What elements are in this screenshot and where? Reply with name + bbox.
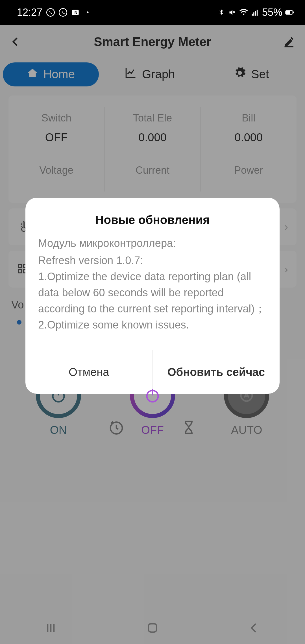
svg-rect-4 <box>252 14 253 16</box>
svg-text:IN: IN <box>74 10 77 15</box>
battery-percent: 55% <box>262 6 282 18</box>
viber-icon-2 <box>59 8 67 17</box>
dialog-title: Новые обновления <box>25 198 280 235</box>
svg-rect-6 <box>255 11 256 16</box>
dialog-text: Модуль микроконтроллера: <box>38 235 267 251</box>
svg-point-1 <box>59 8 67 16</box>
signal-icon <box>251 8 259 17</box>
viber-icon <box>46 8 55 17</box>
dialog-body: Модуль микроконтроллера: Refresh version… <box>25 235 280 350</box>
status-time: 12:27 <box>17 6 42 18</box>
wifi-icon <box>239 8 248 17</box>
svg-point-0 <box>47 8 55 16</box>
bluetooth-icon <box>217 8 225 17</box>
dialog-text: Refresh version 1.0.7: <box>38 253 267 269</box>
update-dialog: Новые обновления Модуль микроконтроллера… <box>25 198 280 394</box>
cancel-button[interactable]: Отмена <box>25 350 152 394</box>
update-now-button[interactable]: Обновить сейчас <box>152 350 280 394</box>
in-badge-icon: IN <box>71 8 80 17</box>
svg-rect-7 <box>257 10 258 16</box>
mute-icon <box>228 8 237 17</box>
battery-icon <box>285 8 294 17</box>
dialog-text: 2.Optimize some known issues. <box>38 317 267 333</box>
svg-rect-5 <box>253 12 254 16</box>
svg-rect-10 <box>293 12 294 14</box>
status-bar: 12:27 IN • 55% <box>0 0 305 25</box>
dot-icon: • <box>86 8 89 16</box>
dialog-text: 1.Optimize the device data reporting pla… <box>38 269 267 317</box>
svg-rect-9 <box>286 11 290 14</box>
